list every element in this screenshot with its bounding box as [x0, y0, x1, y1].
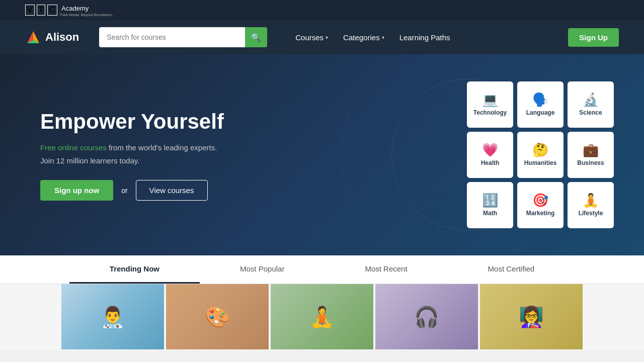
category-grid: 💻 Technology 🗣️ Language 🔬 Science 💗 Hea…	[467, 81, 614, 228]
humanities-label: Humanities	[524, 159, 557, 166]
health-label: Health	[481, 159, 500, 166]
tab-recent[interactable]: Most Recent	[325, 255, 447, 284]
math-label: Math	[483, 210, 497, 217]
alison-logo[interactable]: Alison	[25, 29, 79, 45]
category-card-lifestyle[interactable]: 🧘 Lifestyle	[568, 182, 614, 228]
learning-paths-nav-link[interactable]: Learning Paths	[399, 33, 450, 42]
courses-nav-link[interactable]: Courses ▾	[295, 33, 328, 42]
hero-view-courses-button[interactable]: View courses	[136, 180, 208, 201]
category-card-humanities[interactable]: 🤔 Humanities	[517, 132, 564, 178]
hero-highlight: Free online courses	[40, 143, 107, 152]
hero-buttons: Sign up now or View courses	[40, 180, 224, 201]
search-box: 🔍	[99, 27, 270, 47]
course-card-3[interactable]: 🧘	[271, 284, 373, 349]
tabs-nav: Trending NowMost PopularMost RecentMost …	[0, 255, 644, 284]
tabs-section: Trending NowMost PopularMost RecentMost …	[0, 255, 644, 284]
category-card-language[interactable]: 🗣️ Language	[517, 81, 564, 128]
learning-paths-label: Learning Paths	[399, 33, 450, 42]
alison-icon	[25, 29, 41, 45]
logo-c: C	[47, 5, 57, 16]
logo-t: T	[37, 5, 46, 16]
math-icon: 🔢	[482, 194, 498, 207]
marketing-icon: 🎯	[532, 194, 548, 207]
technology-label: Technology	[473, 109, 507, 116]
business-icon: 💼	[583, 143, 599, 156]
category-card-health[interactable]: 💗 Health	[467, 132, 513, 178]
category-card-marketing[interactable]: 🎯 Marketing	[517, 182, 564, 228]
category-card-business[interactable]: 💼 Business	[568, 132, 614, 178]
categories-nav-link[interactable]: Categories ▾	[343, 33, 384, 42]
course-img-1: 👨‍⚕️	[61, 284, 164, 349]
hero-signup-button[interactable]: Sign up now	[40, 180, 113, 201]
technology-icon: 💻	[482, 93, 498, 106]
category-card-technology[interactable]: 💻 Technology	[467, 81, 513, 128]
hero-title: Empower Yourself	[40, 109, 224, 134]
top-bar: V T C Academy Think Ahead, Beyond Bounda…	[0, 0, 644, 20]
tab-certified[interactable]: Most Certified	[448, 255, 575, 284]
logo-v: V	[25, 5, 35, 16]
categories-label: Categories	[343, 33, 380, 42]
courses-label: Courses	[295, 33, 324, 42]
course-card-2[interactable]: 🎨	[166, 284, 269, 349]
hero-subtitle: Free online courses from the world's lea…	[40, 142, 224, 154]
hero-join-text: Join 12 million learners today.	[40, 156, 224, 165]
course-img-4: 🎧	[375, 284, 478, 349]
hero-section: Empower Yourself Free online courses fro…	[0, 54, 644, 255]
tagline-label: Think Ahead, Beyond Boundaries...	[59, 13, 115, 17]
nav-links: Courses ▾ Categories ▾ Learning Paths	[295, 33, 450, 42]
search-button[interactable]: 🔍	[245, 27, 267, 47]
science-label: Science	[579, 109, 602, 116]
course-card-4[interactable]: 🎧	[375, 284, 478, 349]
science-icon: 🔬	[583, 93, 599, 106]
category-card-math[interactable]: 🔢 Math	[467, 182, 513, 228]
category-card-science[interactable]: 🔬 Science	[568, 81, 614, 128]
business-label: Business	[577, 159, 604, 166]
hero-subtitle-rest: from the world's leading experts.	[107, 143, 217, 152]
courses-chevron-icon: ▾	[326, 35, 328, 40]
marketing-label: Marketing	[526, 210, 555, 217]
categories-chevron-icon: ▾	[382, 35, 384, 40]
lifestyle-label: Lifestyle	[579, 210, 603, 217]
tab-popular[interactable]: Most Popular	[200, 255, 325, 284]
course-card-5[interactable]: 👩‍🏫	[480, 284, 583, 349]
humanities-icon: 🤔	[532, 143, 548, 156]
course-img-3: 🧘	[271, 284, 373, 349]
vtc-logo: V T C Academy Think Ahead, Beyond Bounda…	[25, 4, 115, 17]
language-icon: 🗣️	[532, 93, 548, 106]
health-icon: 💗	[482, 143, 498, 156]
tab-trending[interactable]: Trending Now	[69, 255, 200, 284]
language-label: Language	[526, 109, 555, 116]
search-input[interactable]	[99, 27, 245, 47]
navbar: Alison 🔍 Courses ▾ Categories ▾ Learning…	[0, 20, 644, 54]
academy-label: Academy	[61, 5, 89, 12]
brand-name: Alison	[45, 31, 79, 44]
course-card-1[interactable]: 👨‍⚕️	[61, 284, 164, 349]
search-icon: 🔍	[251, 33, 261, 42]
courses-row: 👨‍⚕️🎨🧘🎧👩‍🏫	[0, 284, 644, 350]
hero-content: Empower Yourself Free online courses fro…	[40, 109, 224, 201]
signup-button[interactable]: Sign Up	[568, 28, 619, 47]
course-img-5: 👩‍🏫	[480, 284, 583, 349]
lifestyle-icon: 🧘	[583, 194, 599, 207]
course-img-2: 🎨	[166, 284, 269, 349]
hero-or-label: or	[121, 187, 127, 195]
